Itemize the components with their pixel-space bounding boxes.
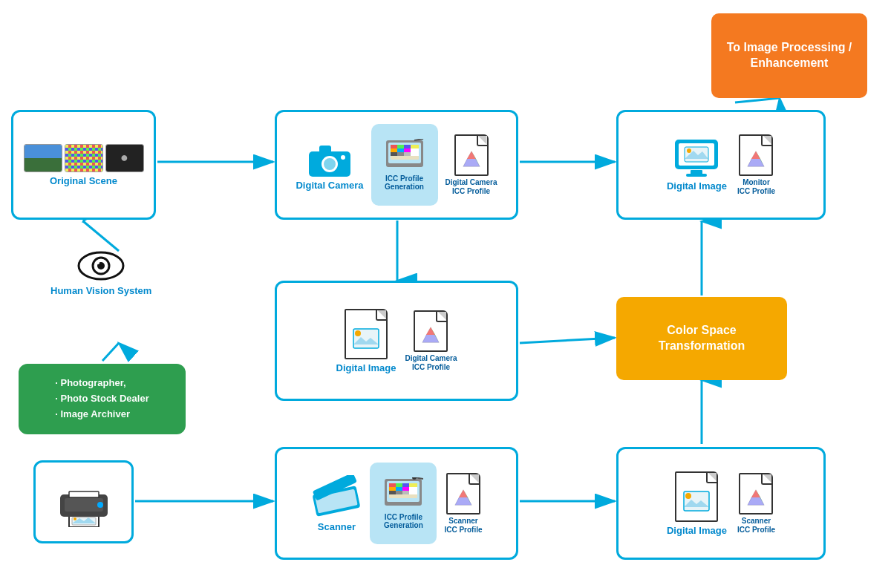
svg-point-46	[687, 148, 691, 153]
svg-rect-35	[404, 152, 411, 156]
image-in-doc-mid	[353, 328, 379, 349]
icc-gen-scanner-box: ICC Profile Generation	[370, 463, 437, 544]
digital-image-bot-label: Digital Image	[667, 525, 727, 536]
svg-rect-48	[686, 174, 707, 177]
svg-marker-51	[748, 159, 764, 166]
color-triangle-camera	[462, 150, 481, 168]
camera-icc-profile-mid-doc: Digital Camera ICC Profile	[405, 310, 457, 372]
scanner-icc-doc-page-right	[446, 473, 480, 514]
to-image-processing-box: To Image Processing / Enhancement	[711, 13, 867, 98]
svg-line-7	[735, 98, 780, 102]
svg-rect-81	[402, 483, 409, 487]
svg-rect-36	[411, 152, 419, 156]
human-vision-label: Human Vision System	[50, 285, 151, 296]
digital-image-top-box: Digital Image Monitor ICC Profile	[616, 110, 826, 220]
color-space-transformation-label: Color Space Transformation	[659, 323, 745, 354]
camera-icc-profile-mid-label: Digital Camera ICC Profile	[405, 354, 457, 372]
digital-camera-label: Digital Camera	[296, 180, 363, 191]
icc-gen-camera-box: ICC Profile Generation	[371, 124, 438, 206]
svg-rect-25	[391, 145, 397, 148]
svg-rect-26	[397, 145, 404, 148]
svg-rect-90	[409, 491, 417, 494]
image-in-doc-bot	[683, 491, 710, 512]
svg-line-8	[83, 221, 119, 251]
digital-image-mid-label: Digital Image	[336, 362, 396, 373]
printer-icon	[54, 477, 114, 527]
scanner-icc-profile-label-right: Scanner ICC Profile	[444, 517, 482, 535]
digital-image-bot-doc: Digital Image	[667, 471, 727, 536]
svg-rect-86	[409, 487, 417, 491]
svg-marker-39	[467, 151, 476, 158]
scanner-icc-doc-page-bot	[739, 473, 773, 514]
svg-rect-84	[396, 487, 402, 491]
svg-rect-32	[411, 148, 419, 152]
svg-rect-20	[319, 146, 331, 153]
digital-image-top-label: Digital Image	[667, 180, 727, 192]
scanner-section: Scanner	[310, 475, 362, 532]
monitor-icc-profile-doc: Monitor ICC Profile	[737, 134, 775, 196]
colorimeter-scanner-icon	[383, 477, 423, 510]
to-image-processing-label: To Image Processing / Enhancement	[727, 40, 852, 71]
monitor-icc-profile-label: Monitor ICC Profile	[737, 178, 775, 196]
svg-rect-27	[404, 145, 411, 148]
color-space-transformation-box: Color Space Transformation	[616, 297, 787, 380]
color-triangle-scanner-bot	[746, 489, 766, 506]
camera-icc-profile-doc: Digital Camera ICC Profile	[446, 134, 497, 196]
scanner-icc-profile-label-bot: Scanner ICC Profile	[737, 517, 775, 535]
svg-marker-40	[463, 159, 479, 166]
svg-point-72	[97, 502, 103, 508]
svg-marker-61	[426, 327, 435, 334]
svg-rect-34	[397, 152, 404, 156]
digital-image-mid-doc: Digital Image	[336, 309, 396, 373]
scanner-icc-profile-doc-bot: Scanner ICC Profile	[737, 473, 775, 535]
camera-icon	[306, 140, 353, 178]
scanner-label: Scanner	[318, 521, 356, 532]
digital-image-bot-page	[675, 471, 718, 522]
original-scene-box: ● Original Scene	[11, 110, 156, 220]
svg-marker-101	[751, 489, 760, 497]
colorcard-photo	[65, 144, 103, 172]
svg-rect-89	[402, 491, 409, 494]
human-vision-section: Human Vision System	[50, 249, 151, 296]
photographer-label: · Photographer, · Photo Stock Dealer · I…	[55, 376, 148, 422]
camera-section: Digital Camera	[296, 140, 363, 191]
svg-marker-62	[422, 335, 439, 342]
monitor-icc-doc-page	[739, 134, 773, 176]
photographer-box: · Photographer, · Photo Stock Dealer · I…	[19, 364, 186, 434]
digital-image-mid-box: Digital Image Digital Camera ICC Profile	[275, 281, 518, 401]
svg-rect-29	[391, 148, 397, 152]
meter-photo: ●	[105, 144, 144, 172]
scanner-box: Scanner	[275, 447, 518, 560]
monitor-icon	[674, 139, 719, 177]
scanner-icon	[310, 475, 362, 518]
svg-rect-87	[389, 491, 396, 494]
svg-point-59	[355, 330, 361, 336]
svg-rect-71	[69, 491, 99, 497]
icc-gen-camera-label: ICC Profile Generation	[385, 174, 424, 191]
svg-marker-95	[455, 497, 471, 505]
landscape-photo	[24, 144, 62, 172]
svg-rect-82	[409, 483, 417, 487]
svg-point-56	[97, 261, 99, 264]
svg-point-99	[685, 493, 691, 499]
colorimeter-icon	[385, 139, 425, 172]
svg-line-37	[414, 139, 423, 140]
svg-line-9	[102, 343, 119, 361]
icc-gen-scanner-label: ICC Profile Generation	[384, 513, 423, 529]
svg-rect-33	[391, 152, 397, 156]
svg-rect-28	[411, 145, 419, 148]
svg-point-68	[74, 517, 76, 520]
color-triangle-monitor	[746, 150, 766, 168]
svg-rect-79	[389, 483, 396, 487]
digital-image-mid-page	[345, 309, 388, 359]
scene-photos: ●	[24, 144, 144, 172]
svg-rect-31	[404, 148, 411, 152]
svg-rect-85	[402, 487, 409, 491]
camera-icc-mid-doc-page	[414, 310, 448, 352]
color-triangle-scanner	[454, 489, 473, 506]
scanner-icc-profile-doc-right: Scanner ICC Profile	[444, 473, 482, 535]
svg-rect-88	[396, 491, 402, 494]
svg-marker-94	[459, 489, 468, 497]
digital-camera-box: Digital Camera	[275, 110, 518, 220]
svg-marker-50	[751, 151, 760, 158]
